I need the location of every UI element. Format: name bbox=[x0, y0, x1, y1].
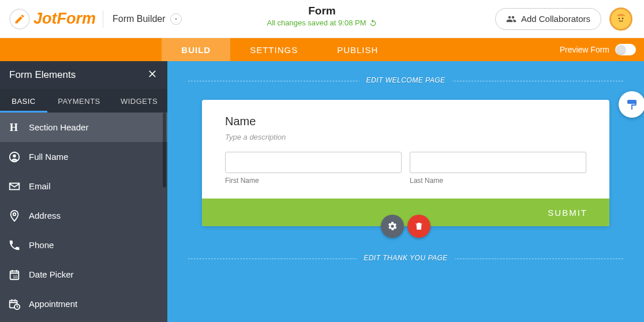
sidebar-scrollbar[interactable] bbox=[163, 113, 166, 188]
nav-tab-publish[interactable]: PUBLISH bbox=[317, 38, 398, 61]
form-card-body: Name Type a description First Name Last … bbox=[202, 100, 609, 199]
paint-roller-fab[interactable] bbox=[619, 91, 644, 118]
header-center: Form All changes saved at 9:08 PM bbox=[267, 5, 377, 27]
sidebar-elements: HSection HeaderFull NameEmailAddressPhon… bbox=[0, 113, 167, 322]
save-status: All changes saved at 9:08 PM bbox=[267, 18, 377, 27]
people-icon bbox=[506, 14, 516, 24]
canvas: EDIT WELCOME PAGE Name Type a descriptio… bbox=[167, 61, 644, 322]
header-icon: H bbox=[0, 121, 29, 134]
submit-button[interactable]: SUBMIT bbox=[548, 208, 587, 218]
chevron-down-icon bbox=[173, 16, 179, 22]
thankyou-label: EDIT THANK YOU PAGE bbox=[357, 254, 455, 262]
first-name-col: First Name bbox=[225, 152, 402, 185]
element-label: Address bbox=[29, 211, 61, 220]
form-card[interactable]: Name Type a description First Name Last … bbox=[202, 100, 609, 226]
sidebar-close-button[interactable] bbox=[147, 68, 158, 82]
close-icon bbox=[147, 68, 158, 80]
element-label: Date Picker bbox=[29, 269, 74, 279]
mail-icon bbox=[0, 180, 29, 193]
gear-icon bbox=[387, 221, 398, 231]
sidebar: Form Elements BASICPAYMENTSWIDGETS HSect… bbox=[0, 61, 167, 322]
paint-roller-icon bbox=[625, 98, 639, 111]
pin-icon bbox=[0, 209, 29, 222]
element-actions bbox=[381, 215, 430, 238]
preview-toggle[interactable] bbox=[615, 44, 636, 55]
element-label: Appointment bbox=[29, 299, 77, 309]
user-icon bbox=[0, 151, 29, 163]
nav-right: Preview Form bbox=[560, 38, 644, 61]
form-title[interactable]: Form bbox=[267, 5, 377, 17]
element-section-header[interactable]: HSection Header bbox=[0, 113, 167, 142]
last-name-input[interactable] bbox=[410, 152, 586, 173]
element-date-picker[interactable]: 10Date Picker bbox=[0, 260, 167, 289]
add-collaborators-button[interactable]: Add Collaborators bbox=[495, 8, 601, 30]
field-description[interactable]: Type a description bbox=[225, 133, 586, 141]
calendar-icon: 10 bbox=[0, 268, 29, 281]
svg-point-2 bbox=[622, 17, 624, 19]
element-label: Email bbox=[29, 181, 51, 191]
element-phone[interactable]: Phone bbox=[0, 230, 167, 260]
svg-point-5 bbox=[13, 154, 16, 158]
calclock-icon bbox=[0, 298, 29, 310]
toggle-knob bbox=[616, 45, 626, 54]
element-appointment[interactable]: Appointment bbox=[0, 289, 167, 319]
divider bbox=[103, 10, 103, 28]
sidebar-tab-basic[interactable]: BASIC bbox=[0, 89, 47, 113]
logo-text: JotForm bbox=[33, 10, 96, 28]
body: Form Elements BASICPAYMENTSWIDGETS HSect… bbox=[0, 61, 644, 322]
top-header: JotForm Form Builder Form All changes sa… bbox=[0, 0, 644, 38]
element-delete-button[interactable] bbox=[407, 215, 430, 238]
trash-icon bbox=[414, 221, 424, 231]
svg-text:10: 10 bbox=[13, 274, 17, 279]
nav-tabs: BUILDSETTINGSPUBLISH bbox=[0, 38, 560, 61]
element-label: Full Name bbox=[29, 152, 68, 162]
form-builder-dropdown[interactable] bbox=[170, 13, 182, 25]
element-address[interactable]: Address bbox=[0, 201, 167, 230]
field-title[interactable]: Name bbox=[225, 115, 586, 128]
element-settings-button[interactable] bbox=[381, 215, 404, 238]
svg-rect-12 bbox=[631, 107, 632, 110]
avatar-face-icon bbox=[614, 12, 628, 26]
sidebar-tab-widgets[interactable]: WIDGETS bbox=[111, 89, 167, 113]
form-builder-label: Form Builder bbox=[113, 14, 166, 24]
sidebar-tabs: BASICPAYMENTSWIDGETS bbox=[0, 89, 167, 113]
svg-point-1 bbox=[619, 17, 620, 19]
sidebar-title: Form Elements bbox=[9, 69, 76, 81]
last-name-col: Last Name bbox=[410, 152, 586, 185]
name-row: First Name Last Name bbox=[225, 152, 586, 185]
collab-label: Add Collaborators bbox=[521, 14, 590, 24]
phone-icon bbox=[0, 239, 29, 252]
element-label: Phone bbox=[29, 240, 54, 250]
nav-tab-settings[interactable]: SETTINGS bbox=[230, 38, 317, 61]
first-name-input[interactable] bbox=[225, 152, 402, 173]
last-name-label: Last Name bbox=[410, 177, 586, 185]
thankyou-separator[interactable]: EDIT THANK YOU PAGE bbox=[188, 259, 623, 259]
preview-form-label: Preview Form bbox=[560, 45, 609, 54]
sidebar-tab-payments[interactable]: PAYMENTS bbox=[47, 89, 111, 113]
element-email[interactable]: Email bbox=[0, 171, 167, 201]
header-right: Add Collaborators bbox=[495, 8, 632, 31]
svg-point-7 bbox=[13, 212, 16, 215]
logo[interactable]: JotForm bbox=[9, 9, 96, 29]
main-nav: BUILDSETTINGSPUBLISH Preview Form bbox=[0, 38, 644, 61]
revert-icon[interactable] bbox=[369, 19, 377, 27]
sidebar-header: Form Elements bbox=[0, 61, 167, 89]
welcome-label: EDIT WELCOME PAGE bbox=[360, 76, 452, 84]
element-label: Section Header bbox=[29, 122, 88, 132]
svg-text:H: H bbox=[10, 121, 18, 133]
welcome-separator[interactable]: EDIT WELCOME PAGE bbox=[188, 81, 623, 81]
logo-pencil-icon bbox=[9, 9, 30, 29]
first-name-label: First Name bbox=[225, 177, 402, 185]
save-status-text: All changes saved at 9:08 PM bbox=[267, 18, 366, 27]
element-full-name[interactable]: Full Name bbox=[0, 142, 167, 171]
user-avatar[interactable] bbox=[609, 8, 632, 31]
nav-tab-build[interactable]: BUILD bbox=[162, 38, 230, 61]
